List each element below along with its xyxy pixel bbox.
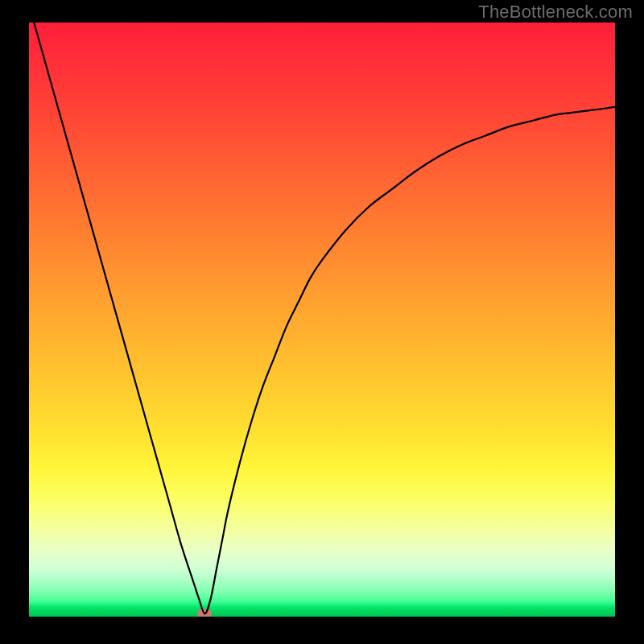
plot-area <box>29 23 615 617</box>
watermark-text: TheBottleneck.com <box>478 2 633 23</box>
bottleneck-curve <box>29 23 615 617</box>
curve-path <box>29 23 615 613</box>
chart-container: TheBottleneck.com <box>0 0 644 644</box>
